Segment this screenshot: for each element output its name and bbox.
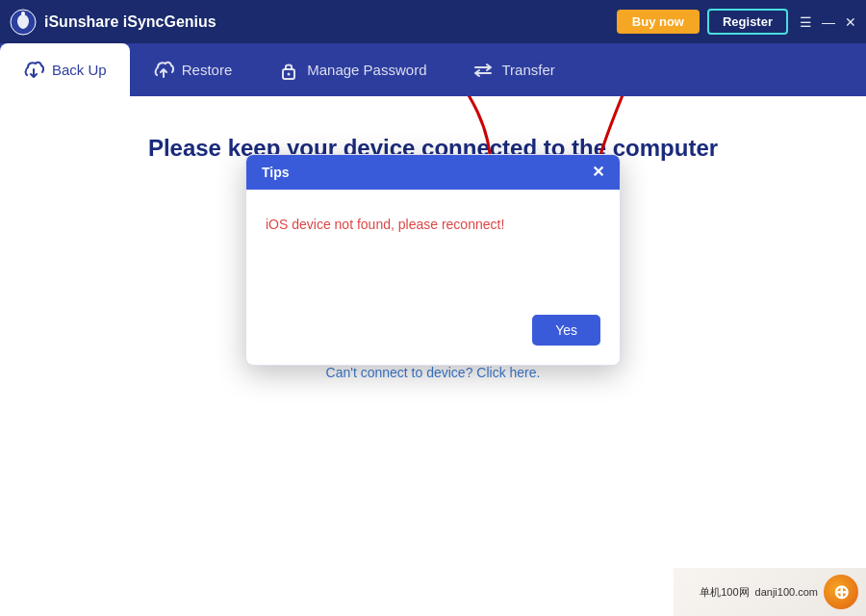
main-content: Please keep your device connected to the… [0,96,866,616]
window-controls: ☰ — ✕ [800,14,856,30]
app-logo-icon [10,9,37,36]
transfer-icon [472,60,494,81]
tab-transfer-label: Transfer [501,62,554,78]
dialog-message: iOS device not found, please reconnect! [266,217,600,232]
backup-icon [23,60,44,81]
dialog-footer: Yes [246,305,620,365]
buy-now-button[interactable]: Buy now [617,10,700,34]
password-icon [278,60,299,81]
tab-transfer[interactable]: Transfer [449,43,577,96]
svg-point-3 [288,72,291,75]
tab-restore-label: Restore [182,62,233,78]
minimize-icon[interactable]: — [822,14,835,30]
tab-manage-password[interactable]: Manage Password [255,43,449,96]
nav-bar: Back Up Restore Manage Password Transfer [0,43,866,96]
dialog-body: iOS device not found, please reconnect! [246,190,620,305]
tab-restore[interactable]: Restore [130,43,256,96]
watermark-url: danji100.com [755,586,818,598]
dialog-header: Tips ✕ [246,155,620,190]
tab-backup-label: Back Up [52,62,107,78]
tab-manage-password-label: Manage Password [307,62,426,78]
dialog-overlay: Tips ✕ iOS device not found, please reco… [0,96,866,616]
tips-dialog: Tips ✕ iOS device not found, please reco… [245,154,621,366]
watermark-icon: ⊕ [824,575,858,609]
tab-backup[interactable]: Back Up [0,43,130,96]
restore-icon [153,60,174,81]
app-title: iSunshare iSyncGenius [44,13,216,31]
dialog-title: Tips [262,165,290,180]
svg-point-1 [21,12,25,15]
watermark-site: 单机100网 [700,585,749,600]
close-icon[interactable]: ✕ [845,14,856,30]
app-logo-area: iSunshare iSyncGenius [10,9,617,36]
title-bar: iSunshare iSyncGenius Buy now Register ☰… [0,0,866,43]
watermark: 单机100网 danji100.com ⊕ [674,568,866,616]
menu-icon[interactable]: ☰ [800,14,812,30]
register-button[interactable]: Register [707,9,788,35]
dialog-yes-button[interactable]: Yes [532,315,600,346]
dialog-close-button[interactable]: ✕ [592,165,604,180]
title-bar-actions: Buy now Register [617,9,788,35]
